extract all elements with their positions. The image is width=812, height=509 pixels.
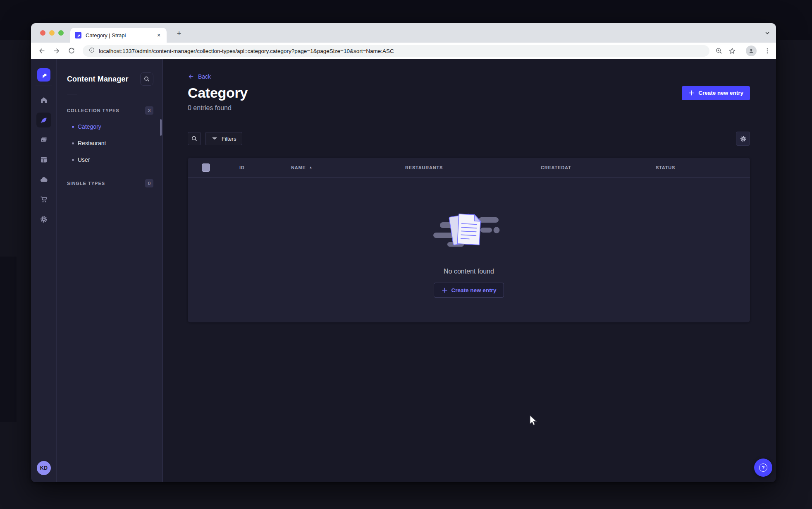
new-tab-button[interactable]: +: [174, 28, 184, 39]
view-settings-gear-button[interactable]: [736, 132, 750, 146]
empty-state-create-entry-button[interactable]: Create new entry: [434, 283, 504, 298]
minimize-window-button[interactable]: [49, 30, 55, 36]
url-text: localhost:1337/admin/content-manager/col…: [99, 48, 394, 54]
column-header-id[interactable]: ID: [239, 158, 245, 178]
empty-state-message: No content found: [444, 268, 494, 275]
browser-back-icon[interactable]: [38, 47, 45, 55]
browser-tab-strip: Category | Strapi × +: [31, 23, 776, 43]
subnav-title: Content Manager: [67, 75, 129, 84]
collection-view: Back Category Create new entry 0 entries…: [163, 59, 776, 482]
url-bar[interactable]: localhost:1337/admin/content-manager/col…: [83, 45, 709, 57]
subnav-divider: [67, 94, 77, 94]
home-icon[interactable]: [36, 93, 51, 108]
table-search-button[interactable]: [188, 132, 201, 145]
bullet-icon: [72, 126, 74, 128]
plus-icon: [442, 287, 448, 293]
page-title: Category: [188, 85, 248, 101]
browser-toolbar: localhost:1337/admin/content-manager/col…: [31, 43, 776, 59]
main-navigation-rail: KD: [31, 59, 57, 482]
browser-window: Category | Strapi × + localhost:1337/adm…: [31, 23, 776, 482]
browser-profile-avatar[interactable]: [746, 46, 757, 56]
filters-button[interactable]: Filters: [205, 132, 242, 145]
tab-search-chevron-icon[interactable]: [764, 30, 770, 38]
marketplace-cart-icon[interactable]: [36, 192, 51, 207]
entries-count: 0 entries found: [188, 104, 750, 112]
window-controls: [40, 30, 64, 36]
sort-ascending-icon: ▲: [309, 166, 313, 169]
zoom-window-button[interactable]: [58, 30, 64, 36]
bookmark-star-icon[interactable]: [728, 47, 736, 55]
desktop-background-band: [0, 257, 17, 422]
back-arrow-icon: [188, 73, 194, 80]
content-manager-subnav: Content Manager COLLECTION TYPES 3 Categ…: [57, 59, 163, 482]
select-all-checkbox[interactable]: [202, 163, 210, 172]
collection-types-label: COLLECTION TYPES: [67, 108, 119, 113]
table-header-row: ID NAME ▲ RESTAURANTS CREATEDAT STATUS: [188, 158, 750, 178]
help-button[interactable]: ?: [754, 459, 772, 477]
single-types-count-badge: 0: [145, 179, 153, 187]
column-header-status[interactable]: STATUS: [656, 158, 675, 178]
column-header-createdat[interactable]: CREATEDAT: [541, 158, 571, 178]
content-manager-icon[interactable]: [36, 113, 51, 127]
site-info-icon[interactable]: [88, 47, 95, 55]
browser-reload-icon[interactable]: [68, 47, 75, 55]
bullet-icon: [72, 159, 74, 161]
strapi-favicon-icon: [75, 32, 81, 38]
create-entry-button[interactable]: Create new entry: [682, 86, 750, 100]
back-link[interactable]: Back: [188, 73, 211, 80]
browser-forward-icon[interactable]: [53, 47, 60, 55]
collection-types-count-badge: 3: [145, 106, 153, 115]
subnav-item-user[interactable]: User: [67, 151, 153, 168]
subnav-item-restaurant[interactable]: Restaurant: [67, 135, 153, 151]
strapi-logo[interactable]: [37, 68, 50, 82]
filter-icon: [211, 135, 218, 142]
tab-close-icon[interactable]: ×: [155, 31, 162, 39]
close-window-button[interactable]: [40, 30, 45, 36]
column-header-restaurants[interactable]: RESTAURANTS: [405, 158, 443, 178]
tab-title: Category | Strapi: [86, 32, 153, 38]
cloud-icon[interactable]: [36, 172, 51, 187]
browser-tab[interactable]: Category | Strapi ×: [70, 28, 167, 43]
content-type-builder-icon[interactable]: [36, 152, 51, 167]
user-avatar[interactable]: KD: [37, 461, 51, 475]
media-library-icon[interactable]: [36, 132, 51, 147]
bullet-icon: [72, 142, 74, 144]
zoom-search-icon[interactable]: [715, 47, 723, 55]
subnav-scrollbar-thumb[interactable]: [160, 119, 162, 136]
question-mark-icon: ?: [759, 463, 767, 472]
empty-documents-illustration: [427, 207, 510, 258]
strapi-app: KD Content Manager COLLECTION TYPES 3 Ca…: [31, 59, 776, 482]
browser-menu-icon[interactable]: [764, 47, 771, 55]
settings-gear-icon[interactable]: [36, 212, 51, 227]
plus-icon: [688, 90, 695, 96]
column-header-name[interactable]: NAME ▲: [291, 158, 313, 178]
entries-table: ID NAME ▲ RESTAURANTS CREATEDAT STATUS: [188, 158, 750, 322]
single-types-label: SINGLE TYPES: [67, 181, 105, 186]
empty-state: No content found Create new entry: [188, 178, 750, 322]
rail-divider: [36, 86, 52, 86]
subnav-item-category[interactable]: Category: [67, 118, 153, 135]
subnav-search-button[interactable]: [140, 72, 153, 86]
